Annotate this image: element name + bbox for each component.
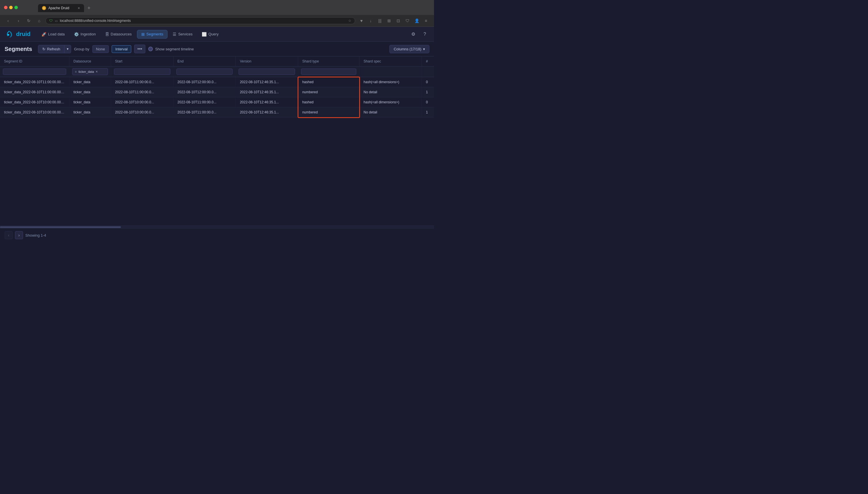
filter-start[interactable] bbox=[111, 66, 173, 77]
refresh-btn[interactable]: ↻ Refresh bbox=[38, 45, 65, 53]
table-row[interactable]: ticker_data_2022-08-10T11:00:00.000Z_20.… bbox=[0, 77, 434, 87]
address-bar[interactable]: 🛡 ▭ localhost:8888/unified-console.html#… bbox=[45, 17, 355, 24]
cell-shard-type-3: numbered bbox=[298, 107, 360, 117]
table-row[interactable]: ticker_data_2022-08-10T10:00:00.000Z_20.… bbox=[0, 97, 434, 107]
nav-item-services[interactable]: ☰ Services bbox=[169, 30, 197, 38]
app-nav: druid 🚀 Load data ⚙️ Ingestion 🗄 Datasou… bbox=[0, 27, 434, 42]
nav-right: ⚙ ? bbox=[409, 30, 429, 39]
minimize-window-btn[interactable] bbox=[9, 6, 13, 9]
th-datasource[interactable]: Datasource bbox=[69, 56, 111, 66]
settings-btn[interactable]: ⚙ bbox=[409, 30, 418, 39]
split-view-icon[interactable]: ⊞ bbox=[385, 17, 393, 25]
th-start[interactable]: Start bbox=[111, 56, 173, 66]
extensions-icon[interactable]: ♥ bbox=[358, 17, 366, 25]
more-options-btn[interactable]: ••• bbox=[134, 45, 145, 53]
cell-shard-spec-3: No detail bbox=[360, 107, 422, 117]
table-row[interactable]: ticker_data_2022-08-10T10:00:00.000Z_20.… bbox=[0, 107, 434, 117]
nav-item-query[interactable]: ⬜ Query bbox=[198, 30, 223, 38]
filter-row: ≡ ticker_data × bbox=[0, 66, 434, 77]
refresh-btn-group: ↻ Refresh ▾ bbox=[38, 45, 71, 53]
history-icon[interactable]: ||| bbox=[376, 17, 384, 25]
page-toolbar: Segments ↻ Refresh ▾ Group by None Inter… bbox=[0, 42, 434, 56]
cell-end-1: 2022-08-10T12:00:00.0... bbox=[173, 87, 236, 97]
prev-page-btn[interactable]: ‹ bbox=[5, 231, 13, 239]
table-container[interactable]: Segment ID Datasource Start End Version bbox=[0, 56, 434, 226]
horizontal-scrollbar[interactable] bbox=[0, 226, 434, 228]
refresh-dropdown-btn[interactable]: ▾ bbox=[64, 45, 71, 53]
filter-tag-icon: ≡ bbox=[75, 70, 77, 73]
druid-logo-icon bbox=[5, 30, 14, 39]
nav-item-ingestion[interactable]: ⚙️ Ingestion bbox=[70, 30, 100, 38]
close-window-btn[interactable] bbox=[4, 6, 7, 9]
browser-toolbar-actions: ♥ ↓ ||| ⊞ ⊡ 🛡 👤 ≡ bbox=[358, 17, 430, 25]
columns-dropdown-icon: ▾ bbox=[423, 47, 425, 51]
new-tab-btn[interactable]: + bbox=[85, 4, 93, 12]
forward-btn[interactable]: › bbox=[14, 17, 22, 25]
page-info-icon: ▭ bbox=[55, 19, 58, 22]
cell-extra-0: 0 bbox=[422, 77, 434, 87]
browser-toolbar: ‹ › ↻ ⌂ 🛡 ▭ localhost:8888/unified-conso… bbox=[0, 15, 434, 26]
help-btn[interactable]: ? bbox=[420, 30, 429, 39]
cell-start-0: 2022-08-10T11:00:00.0... bbox=[111, 77, 173, 87]
cell-extra-3: 1 bbox=[422, 107, 434, 117]
browser-chrome: D Apache Druid × + ‹ › ↻ ⌂ 🛡 ▭ localhost… bbox=[0, 0, 434, 27]
refresh-icon: ↻ bbox=[42, 47, 45, 51]
cell-segment-id-3: ticker_data_2022-08-10T10:00:00.000Z_20.… bbox=[0, 107, 69, 117]
group-none-btn[interactable]: None bbox=[92, 45, 109, 53]
group-interval-btn[interactable]: Interval bbox=[112, 45, 132, 53]
start-filter-input[interactable] bbox=[114, 69, 170, 75]
filter-shard-spec[interactable] bbox=[360, 66, 422, 77]
tab-bar: D Apache Druid × + bbox=[21, 4, 110, 12]
filter-end[interactable] bbox=[173, 66, 236, 77]
cell-start-2: 2022-08-10T10:00:00.0... bbox=[111, 97, 173, 107]
segments-icon: ⊞ bbox=[141, 32, 145, 37]
downloads-icon[interactable]: ↓ bbox=[367, 17, 375, 25]
th-segment-id[interactable]: Segment ID bbox=[0, 56, 69, 66]
filter-shard-type[interactable] bbox=[298, 66, 360, 77]
nav-item-datasources[interactable]: 🗄 Datasources bbox=[101, 30, 136, 38]
menu-icon[interactable]: ≡ bbox=[422, 17, 430, 25]
account-icon[interactable]: 👤 bbox=[413, 17, 421, 25]
next-page-btn[interactable]: › bbox=[15, 231, 23, 239]
end-filter-input[interactable] bbox=[176, 69, 233, 75]
timeline-toggle[interactable]: Show segment timeline bbox=[148, 46, 194, 51]
filter-segment-id[interactable] bbox=[0, 66, 69, 77]
cell-segment-id-1: ticker_data_2022-08-10T11:00:00.000Z_20.… bbox=[0, 87, 69, 97]
filter-version[interactable] bbox=[236, 66, 298, 77]
nav-item-label-datasources: Datasources bbox=[111, 32, 132, 36]
tab-close-btn[interactable]: × bbox=[78, 6, 80, 11]
reload-btn[interactable]: ↻ bbox=[25, 17, 33, 25]
showing-text: Showing 1-4 bbox=[25, 233, 46, 238]
columns-btn[interactable]: Columns (17/18) ▾ bbox=[389, 45, 429, 53]
back-btn[interactable]: ‹ bbox=[4, 17, 12, 25]
page-title: Segments bbox=[5, 46, 32, 52]
th-extra[interactable]: # bbox=[422, 56, 434, 66]
svg-point-0 bbox=[7, 34, 9, 36]
scroll-thumb[interactable] bbox=[0, 226, 121, 228]
home-btn[interactable]: ⌂ bbox=[35, 17, 43, 25]
th-shard-spec[interactable]: Shard spec bbox=[360, 56, 422, 66]
app-logo[interactable]: druid bbox=[5, 30, 31, 39]
th-end[interactable]: End bbox=[173, 56, 236, 66]
bookmark-icon[interactable]: ☆ bbox=[348, 19, 351, 23]
maximize-window-btn[interactable] bbox=[14, 6, 18, 9]
nav-item-segments[interactable]: ⊞ Segments bbox=[137, 30, 168, 39]
services-icon: ☰ bbox=[173, 32, 176, 37]
shield-icon[interactable]: 🛡 bbox=[404, 17, 411, 25]
th-shard-type[interactable]: Shard type bbox=[298, 56, 360, 66]
table-row[interactable]: ticker_data_2022-08-10T11:00:00.000Z_20.… bbox=[0, 87, 434, 97]
nav-item-load-data[interactable]: 🚀 Load data bbox=[37, 30, 69, 38]
toggle-dot-icon bbox=[148, 46, 153, 51]
query-icon: ⬜ bbox=[202, 32, 207, 37]
datasources-icon: 🗄 bbox=[105, 32, 109, 37]
filter-tag-close-btn[interactable]: × bbox=[96, 70, 98, 74]
cell-datasource-1: ticker_data bbox=[69, 87, 111, 97]
shard-type-filter-input[interactable] bbox=[301, 69, 356, 75]
segment-id-filter-input[interactable] bbox=[3, 69, 66, 75]
cell-datasource-0: ticker_data bbox=[69, 77, 111, 87]
version-filter-input[interactable] bbox=[238, 69, 295, 75]
browser-tab-active[interactable]: D Apache Druid × bbox=[38, 4, 84, 12]
filter-datasource[interactable]: ≡ ticker_data × bbox=[69, 66, 111, 77]
th-version[interactable]: Version bbox=[236, 56, 298, 66]
grid-icon[interactable]: ⊡ bbox=[394, 17, 402, 25]
